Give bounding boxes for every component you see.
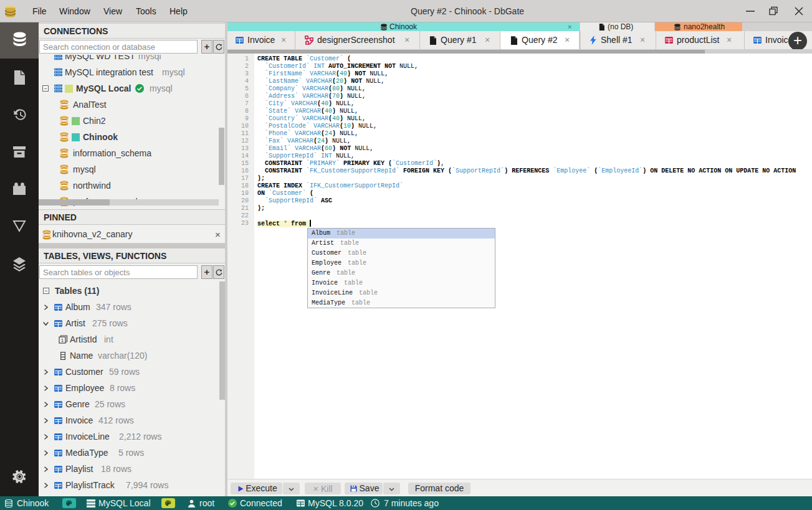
svg-text:1: 1 <box>61 338 64 343</box>
